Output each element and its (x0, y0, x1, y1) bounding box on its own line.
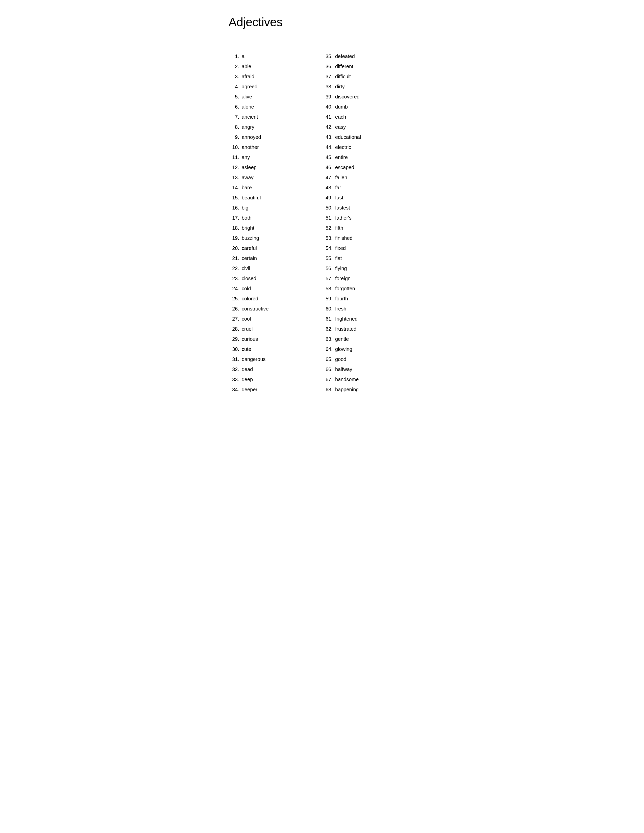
item-word: bare (242, 184, 252, 191)
list-item: 34.deeper (229, 386, 322, 393)
item-word: buzzing (242, 234, 259, 242)
item-number: 37. (322, 73, 335, 80)
item-number: 43. (322, 133, 335, 141)
list-item: 6.alone (229, 103, 322, 111)
list-item: 62.frustrated (322, 325, 415, 333)
item-number: 42. (322, 123, 335, 131)
item-word: each (335, 113, 346, 121)
item-word: away (242, 174, 254, 181)
item-word: cool (242, 315, 251, 323)
list-item: 41.each (322, 113, 415, 121)
list-item: 16.big (229, 204, 322, 212)
list-item: 18.bright (229, 224, 322, 232)
item-number: 23. (229, 275, 242, 282)
item-number: 68. (322, 386, 335, 393)
item-number: 31. (229, 355, 242, 363)
list-item: 51.father's (322, 214, 415, 222)
item-number: 61. (322, 315, 335, 323)
list-item: 26.constructive (229, 305, 322, 312)
list-item: 68.happening (322, 386, 415, 393)
item-word: asleep (242, 164, 257, 171)
item-number: 14. (229, 184, 242, 191)
item-word: good (335, 355, 346, 363)
item-number: 16. (229, 204, 242, 212)
list-item: 29.curious (229, 335, 322, 343)
item-word: fastest (335, 204, 350, 212)
item-number: 8. (229, 123, 242, 131)
item-word: electric (335, 143, 351, 151)
item-number: 39. (322, 93, 335, 100)
item-word: colored (242, 295, 258, 302)
item-number: 29. (229, 335, 242, 343)
list-item: 39.discovered (322, 93, 415, 100)
item-number: 55. (322, 254, 335, 262)
item-word: agreed (242, 83, 258, 90)
item-number: 6. (229, 103, 242, 111)
item-word: afraid (242, 73, 254, 80)
item-word: cute (242, 345, 251, 353)
item-word: fixed (335, 244, 346, 252)
list-item: 2.able (229, 63, 322, 70)
item-word: certain (242, 254, 257, 262)
item-number: 44. (322, 143, 335, 151)
item-word: halfway (335, 365, 352, 373)
list-item: 48.far (322, 184, 415, 191)
item-number: 35. (322, 53, 335, 60)
item-number: 40. (322, 103, 335, 111)
item-number: 59. (322, 295, 335, 302)
list-item: 37.difficult (322, 73, 415, 80)
item-word: careful (242, 244, 257, 252)
list-item: 22.civil (229, 265, 322, 272)
list-item: 32.dead (229, 365, 322, 373)
item-word: big (242, 204, 248, 212)
item-number: 1. (229, 53, 242, 60)
list-item: 47.fallen (322, 174, 415, 181)
item-number: 48. (322, 184, 335, 191)
item-word: flat (335, 254, 342, 262)
item-number: 41. (322, 113, 335, 121)
list-item: 45.entire (322, 153, 415, 161)
list-item: 66.halfway (322, 365, 415, 373)
item-word: beautiful (242, 194, 261, 201)
item-word: handsome (335, 376, 359, 383)
item-number: 36. (322, 63, 335, 70)
list-item: 53.finished (322, 234, 415, 242)
item-word: ancient (242, 113, 258, 121)
list-item: 21.certain (229, 254, 322, 262)
list-item: 67.handsome (322, 376, 415, 383)
item-number: 64. (322, 345, 335, 353)
list-item: 44.electric (322, 143, 415, 151)
item-word: fresh (335, 305, 346, 312)
item-number: 26. (229, 305, 242, 312)
item-word: happening (335, 386, 359, 393)
item-word: father's (335, 214, 351, 222)
item-number: 5. (229, 93, 242, 100)
list-item: 59.fourth (322, 295, 415, 302)
item-word: any (242, 153, 250, 161)
list-item: 43.educational (322, 133, 415, 141)
page-title: Adjectives (229, 15, 415, 29)
item-number: 57. (322, 275, 335, 282)
item-word: cruel (242, 325, 253, 333)
list-item: 40.dumb (322, 103, 415, 111)
item-word: dirty (335, 83, 345, 90)
list-item: 60.fresh (322, 305, 415, 312)
list-item: 50.fastest (322, 204, 415, 212)
item-word: bright (242, 224, 254, 232)
item-word: easy (335, 123, 346, 131)
item-number: 47. (322, 174, 335, 181)
list-item: 35.defeated (322, 53, 415, 60)
item-number: 13. (229, 174, 242, 181)
list-item: 20.careful (229, 244, 322, 252)
list-item: 38.dirty (322, 83, 415, 90)
list-item: 27.cool (229, 315, 322, 323)
item-number: 53. (322, 234, 335, 242)
item-word: educational (335, 133, 361, 141)
item-word: fifth (335, 224, 343, 232)
list-item: 54.fixed (322, 244, 415, 252)
item-word: angry (242, 123, 254, 131)
item-number: 11. (229, 153, 242, 161)
list-item: 46.escaped (322, 164, 415, 171)
list-item: 57.foreign (322, 275, 415, 282)
list-item: 24.cold (229, 285, 322, 292)
